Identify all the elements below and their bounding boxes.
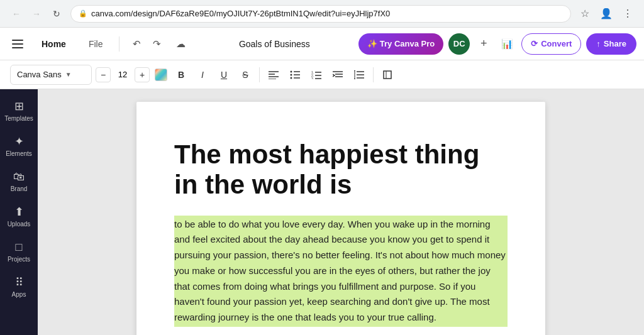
sidebar-label-brand: Brand <box>11 185 28 192</box>
bullet-list-button[interactable] <box>286 66 304 84</box>
convert-icon: ⟳ <box>531 39 538 48</box>
extensions-button[interactable]: ⋮ <box>619 5 636 23</box>
forward-button[interactable]: → <box>28 5 45 23</box>
browser-chrome: ← → ↻ 🔒 canva.com/design/DAF6zaRe9E0/myO… <box>0 0 644 28</box>
file-button[interactable]: File <box>80 34 112 54</box>
profile-button[interactable]: 👤 <box>597 5 615 23</box>
app-container: Home File ↶ ↷ ☁ Goals of Business ✨ Try … <box>0 28 644 335</box>
font-name: Canva Sans <box>17 70 62 79</box>
sidebar-label-templates: Templates <box>4 115 33 122</box>
share-icon: ↑ <box>596 39 601 48</box>
sidebar-item-elements[interactable]: ✦ Elements <box>3 129 35 162</box>
apps-icon: ⠿ <box>15 275 23 289</box>
projects-icon: □ <box>16 241 23 254</box>
toolbar-separator-1 <box>259 67 260 82</box>
sidebar-item-apps[interactable]: ⠿ Apps <box>3 270 35 303</box>
strikethrough-button[interactable]: S <box>236 66 254 84</box>
main-area: ⊞ Templates ✦ Elements 🛍 Brand ⬆ Uploads… <box>0 89 644 335</box>
font-dropdown-chevron: ▼ <box>65 71 72 78</box>
document-title: Goals of Business <box>239 39 310 49</box>
sidebar-label-uploads: Uploads <box>8 221 31 228</box>
share-button[interactable]: ↑ Share <box>586 33 636 55</box>
canvas-heading[interactable]: The most happiest thing in the world is <box>174 140 508 200</box>
reload-button[interactable]: ↻ <box>48 5 65 23</box>
share-label: Share <box>604 39 626 48</box>
canvas-body-text[interactable]: to be able to do what you love every day… <box>174 216 508 327</box>
templates-icon: ⊞ <box>14 99 24 113</box>
try-canva-pro-button[interactable]: ✨ Try Canva Pro <box>358 33 443 55</box>
svg-point-8 <box>291 77 292 79</box>
browser-nav-buttons: ← → ↻ <box>8 5 65 23</box>
svg-point-4 <box>291 70 292 72</box>
font-size-control: − 12 + <box>96 67 150 82</box>
home-button[interactable]: Home <box>33 34 75 54</box>
sidebar-label-apps: Apps <box>12 291 26 298</box>
canvas-area[interactable]: The most happiest thing in the world is … <box>38 89 644 335</box>
hamburger-line-2 <box>12 43 23 45</box>
line-spacing-button[interactable] <box>350 66 368 84</box>
canvas-page[interactable]: The most happiest thing in the world is … <box>136 102 545 335</box>
lock-icon: 🔒 <box>79 9 87 18</box>
font-selector[interactable]: Canva Sans ▼ <box>10 65 92 85</box>
analytics-button[interactable]: 📊 <box>497 35 516 53</box>
cloud-save-button[interactable]: ☁ <box>171 35 190 53</box>
text-color-swatch[interactable] <box>153 67 169 82</box>
top-navbar: Home File ↶ ↷ ☁ Goals of Business ✨ Try … <box>0 28 644 60</box>
format-picker-button[interactable] <box>379 66 396 84</box>
italic-button[interactable]: I <box>194 66 211 84</box>
font-size-increase[interactable]: + <box>135 67 150 82</box>
font-size-decrease[interactable]: − <box>96 67 111 82</box>
sidebar-item-projects[interactable]: □ Projects <box>3 235 35 268</box>
underline-button[interactable]: U <box>215 66 233 84</box>
sidebar-item-uploads[interactable]: ⬆ Uploads <box>3 200 35 233</box>
hamburger-line-3 <box>12 47 23 48</box>
hamburger-button[interactable] <box>8 34 28 54</box>
indent-button[interactable] <box>329 66 347 84</box>
user-avatar[interactable]: DC <box>448 33 470 55</box>
address-bar[interactable]: 🔒 canva.com/design/DAF6zaRe9E0/myOJIUt7Y… <box>70 5 571 23</box>
sidebar-item-templates[interactable]: ⊞ Templates <box>3 94 35 127</box>
sidebar-item-brand[interactable]: 🛍 Brand <box>3 165 35 197</box>
hamburger-line-1 <box>12 40 23 41</box>
brand-icon: 🛍 <box>13 170 25 184</box>
svg-text:3.: 3. <box>311 77 314 79</box>
bookmark-button[interactable]: ☆ <box>576 5 594 23</box>
align-left-button[interactable] <box>265 66 282 84</box>
address-text: canva.com/design/DAF6zaRe9E0/myOJIUt7Y-2… <box>91 9 390 18</box>
nav-divider-1 <box>119 36 119 52</box>
back-button[interactable]: ← <box>8 5 25 23</box>
numbered-list-button[interactable]: 1.2.3. <box>308 66 325 84</box>
color-swatch-inner <box>155 69 167 81</box>
undo-button[interactable]: ↶ <box>127 35 146 53</box>
formatting-toolbar: Canva Sans ▼ − 12 + B I U S 1.2.3. <box>0 60 644 89</box>
bold-button[interactable]: B <box>172 66 190 84</box>
font-size-value: 12 <box>113 70 132 79</box>
uploads-icon: ⬆ <box>14 205 24 219</box>
convert-label: Convert <box>541 39 572 48</box>
convert-button[interactable]: ⟳ Convert <box>521 33 581 55</box>
elements-icon: ✦ <box>14 135 24 148</box>
undo-redo-group: ↶ ↷ <box>127 35 166 53</box>
redo-button[interactable]: ↷ <box>147 35 166 53</box>
sidebar: ⊞ Templates ✦ Elements 🛍 Brand ⬆ Uploads… <box>0 89 38 335</box>
browser-actions: ☆ 👤 ⋮ <box>576 5 636 23</box>
sidebar-label-projects: Projects <box>8 256 30 263</box>
sidebar-label-elements: Elements <box>6 150 32 157</box>
svg-point-6 <box>291 74 292 75</box>
add-collaborator-button[interactable]: + <box>475 35 492 53</box>
toolbar-separator-2 <box>373 67 374 82</box>
